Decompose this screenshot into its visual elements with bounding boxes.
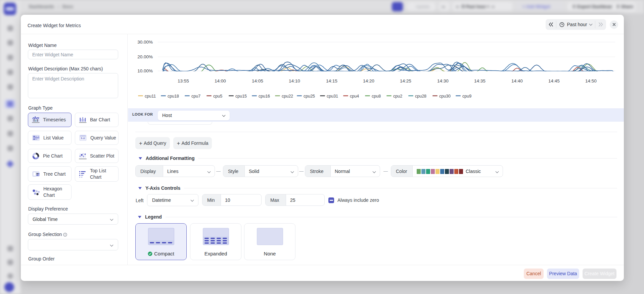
svg-text:30.00%: 30.00% xyxy=(137,40,153,45)
svg-text:cpu31: cpu31 xyxy=(327,94,338,99)
svg-text:cpu25: cpu25 xyxy=(304,94,315,99)
svg-text:14:20: 14:20 xyxy=(363,78,374,83)
svg-text:cpu30: cpu30 xyxy=(439,94,451,99)
svg-text:14:00: 14:00 xyxy=(215,78,226,83)
svg-text:20.00%: 20.00% xyxy=(137,54,153,59)
svg-text:14:35: 14:35 xyxy=(474,78,486,83)
svg-text:10.00%: 10.00% xyxy=(137,68,153,73)
svg-text:14:50: 14:50 xyxy=(585,78,597,83)
svg-text:cpu5: cpu5 xyxy=(213,94,222,99)
svg-text:cpu16: cpu16 xyxy=(259,94,270,99)
svg-text:cpu2: cpu2 xyxy=(393,94,402,99)
svg-text:14:10: 14:10 xyxy=(289,78,300,83)
svg-text:cpu22: cpu22 xyxy=(282,94,293,99)
svg-text:cpu4: cpu4 xyxy=(350,94,359,99)
svg-text:cpu7: cpu7 xyxy=(191,94,200,99)
svg-text:14:25: 14:25 xyxy=(400,78,411,83)
svg-text:14:40: 14:40 xyxy=(511,78,523,83)
svg-text:cpu18: cpu18 xyxy=(168,94,179,99)
svg-text:14:30: 14:30 xyxy=(437,78,449,83)
svg-text:14:05: 14:05 xyxy=(252,78,263,83)
svg-text:5.12: 5.12 xyxy=(81,137,85,139)
svg-text:14:45: 14:45 xyxy=(548,78,560,83)
svg-text:14:15: 14:15 xyxy=(326,78,337,83)
svg-text:cpu28: cpu28 xyxy=(415,94,426,99)
svg-text:cpu15: cpu15 xyxy=(235,94,247,99)
svg-text:cpu11: cpu11 xyxy=(145,94,156,99)
svg-text:cpu8: cpu8 xyxy=(372,94,381,99)
svg-text:13:55: 13:55 xyxy=(178,78,189,83)
svg-text:cpu9: cpu9 xyxy=(462,94,471,99)
